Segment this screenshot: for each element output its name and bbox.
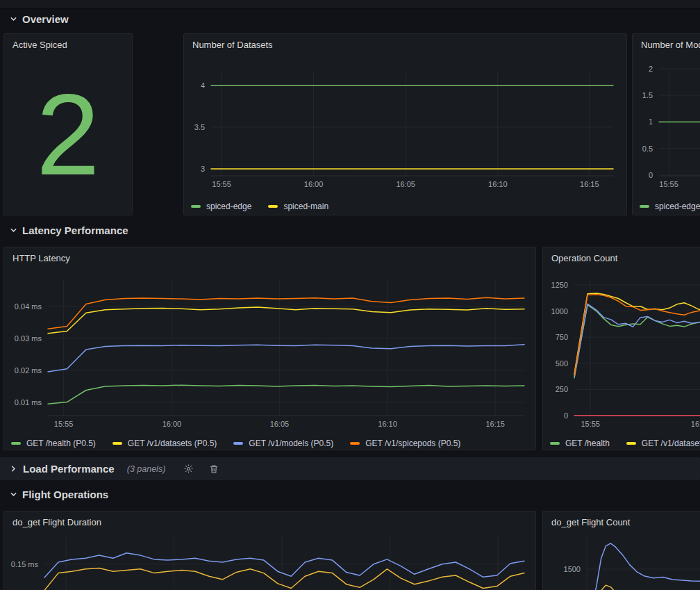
svg-text:16:00: 16:00 xyxy=(691,420,700,428)
svg-text:16:15: 16:15 xyxy=(580,180,599,188)
svg-text:16:05: 16:05 xyxy=(396,180,415,188)
panel-title[interactable]: do_get Flight Duration xyxy=(12,517,101,527)
legend-item[interactable]: GET /v1/models (P0.5) xyxy=(233,439,333,448)
svg-text:16:10: 16:10 xyxy=(378,420,397,428)
flight-count-chart[interactable]: 1500 xyxy=(549,532,700,590)
trash-icon[interactable] xyxy=(209,464,219,474)
svg-text:2: 2 xyxy=(649,65,653,73)
svg-text:0: 0 xyxy=(564,411,568,420)
svg-text:15:55: 15:55 xyxy=(212,180,231,188)
svg-text:0.5: 0.5 xyxy=(642,145,653,153)
svg-text:4: 4 xyxy=(201,81,205,90)
chevron-down-icon xyxy=(10,15,17,23)
panel-title[interactable]: Number of Models xyxy=(641,40,700,50)
flight-duration-chart[interactable]: 0.15 ms xyxy=(10,532,530,590)
chart-legend: spiced-edge xyxy=(640,199,700,213)
panel-http-latency: HTTP Latency 0.01 ms0.02 ms0.03 ms0.04 m… xyxy=(3,247,536,450)
panel-flight-count: do_get Flight Count 1500 xyxy=(542,511,700,590)
chevron-right-icon xyxy=(10,465,17,473)
chart-legend: GET /healthGET /v1/datasets xyxy=(550,436,700,450)
panel-count: (3 panels) xyxy=(127,464,166,474)
svg-text:250: 250 xyxy=(556,385,568,393)
svg-text:16:00: 16:00 xyxy=(304,180,324,188)
panel-flight-duration: do_get Flight Duration 0.15 ms xyxy=(3,511,536,590)
operation-count-chart[interactable]: 02505007501000125015:5516:00 xyxy=(549,275,700,434)
legend-item[interactable]: spiced-edge xyxy=(640,202,700,211)
stat-value: 2 xyxy=(4,55,132,215)
panel-title[interactable]: Number of Datasets xyxy=(192,40,273,50)
series-swatch xyxy=(11,442,21,445)
series-swatch xyxy=(268,205,278,208)
chart-legend: GET /health (P0.5)GET /v1/datasets (P0.5… xyxy=(11,436,530,450)
chevron-down-icon xyxy=(10,491,17,498)
legend-item[interactable]: GET /health xyxy=(550,439,610,448)
svg-text:1: 1 xyxy=(649,117,653,126)
svg-text:1000: 1000 xyxy=(551,307,568,316)
section-header-flight[interactable]: Flight Operations xyxy=(10,486,108,502)
svg-text:1250: 1250 xyxy=(551,281,568,289)
svg-text:0.02 ms: 0.02 ms xyxy=(15,366,42,375)
datasets-chart[interactable]: 33.5415:5516:0016:0516:1016:15 xyxy=(190,65,621,194)
legend-item[interactable]: GET /v1/datasets xyxy=(626,439,700,448)
panel-title[interactable]: do_get Flight Count xyxy=(551,517,630,527)
svg-text:16:05: 16:05 xyxy=(270,420,290,428)
series-swatch xyxy=(640,205,649,208)
series-swatch xyxy=(626,442,636,445)
series-swatch xyxy=(350,442,360,445)
chart-legend: spiced-edgespiced-main xyxy=(191,199,621,213)
section-title: Latency Performance xyxy=(22,224,128,236)
panel-operation-count: Operation Count 02505007501000125015:551… xyxy=(542,247,700,450)
svg-text:0: 0 xyxy=(649,171,653,179)
svg-text:500: 500 xyxy=(556,359,568,368)
svg-text:750: 750 xyxy=(556,333,568,341)
gear-icon[interactable] xyxy=(183,464,194,474)
section-title: Load Performance xyxy=(23,463,115,475)
series-swatch xyxy=(112,442,122,445)
panel-title[interactable]: Active Spiced xyxy=(12,40,67,50)
panel-title[interactable]: HTTP Latency xyxy=(12,253,70,263)
series-swatch xyxy=(191,205,201,208)
svg-text:15:55: 15:55 xyxy=(54,420,74,428)
panel-number-of-datasets: Number of Datasets 33.5415:5516:0016:051… xyxy=(183,33,627,215)
legend-item[interactable]: spiced-main xyxy=(268,202,328,211)
svg-text:0.03 ms: 0.03 ms xyxy=(15,334,42,343)
svg-text:16:15: 16:15 xyxy=(485,420,505,428)
legend-item[interactable]: GET /v1/datasets (P0.5) xyxy=(112,439,217,448)
section-title: Overview xyxy=(22,13,69,25)
svg-text:0.15 ms: 0.15 ms xyxy=(11,560,39,568)
svg-text:1.5: 1.5 xyxy=(642,91,653,99)
section-title: Flight Operations xyxy=(22,489,108,500)
svg-text:16:10: 16:10 xyxy=(488,180,508,188)
panel-active-spiced: Active Spiced 2 xyxy=(3,33,133,215)
chevron-down-icon xyxy=(10,227,17,234)
panel-number-of-models: Number of Models 00.511.5215:5516:00 spi… xyxy=(632,33,700,215)
legend-item[interactable]: spiced-edge xyxy=(191,202,251,211)
svg-text:0.01 ms: 0.01 ms xyxy=(15,398,42,407)
series-swatch xyxy=(550,442,560,445)
svg-text:15:55: 15:55 xyxy=(581,420,600,428)
section-header-load-performance[interactable]: Load Performance (3 panels) xyxy=(0,457,700,480)
legend-item[interactable]: GET /v1/spicepods (P0.5) xyxy=(350,439,460,448)
svg-text:16:00: 16:00 xyxy=(162,420,182,428)
svg-text:1500: 1500 xyxy=(564,565,581,573)
models-chart[interactable]: 00.511.5215:5516:00 xyxy=(638,65,700,194)
svg-text:15:55: 15:55 xyxy=(659,180,678,188)
section-header-latency[interactable]: Latency Performance xyxy=(10,222,128,238)
section-header-overview[interactable]: Overview xyxy=(10,11,69,26)
panel-title[interactable]: Operation Count xyxy=(551,253,617,263)
grafana-dashboard: { "sections": { "overview": { "title": "… xyxy=(0,0,700,590)
svg-text:3: 3 xyxy=(201,165,205,173)
http-latency-chart[interactable]: 0.01 ms0.02 ms0.03 ms0.04 ms15:5516:0016… xyxy=(10,275,530,434)
svg-text:0.04 ms: 0.04 ms xyxy=(15,302,42,311)
top-bar xyxy=(0,0,700,9)
svg-text:3.5: 3.5 xyxy=(194,123,205,131)
legend-item[interactable]: GET /health (P0.5) xyxy=(11,439,96,448)
series-swatch xyxy=(233,442,243,445)
